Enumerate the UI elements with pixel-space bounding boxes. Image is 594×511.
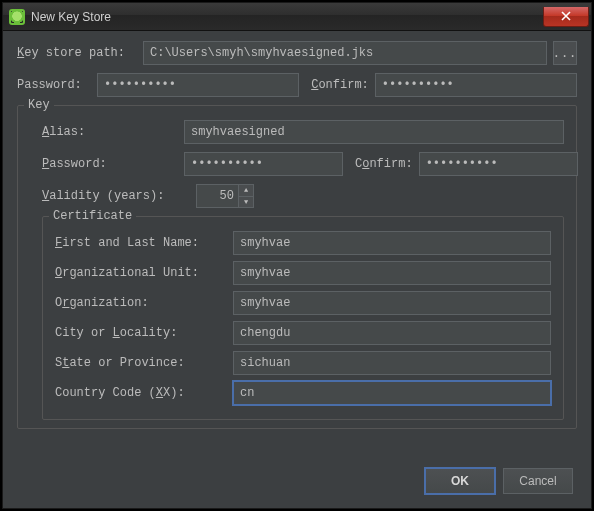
dialog-content: Key store path: ... Password: Confirm: K…	[3, 31, 591, 429]
chevron-up-icon: ▲	[244, 186, 248, 194]
ellipsis-icon: ...	[553, 46, 578, 60]
password-input[interactable]	[97, 73, 299, 97]
chevron-down-icon: ▼	[244, 198, 248, 206]
org-label: Organization:	[55, 296, 227, 310]
ok-button[interactable]: OK	[425, 468, 495, 494]
password-label: Password:	[17, 78, 91, 92]
key-confirm-label: Confirm:	[355, 157, 413, 171]
spinner-up-button[interactable]: ▲	[239, 185, 253, 197]
country-input[interactable]	[233, 381, 551, 405]
close-icon	[561, 11, 571, 21]
window-title: New Key Store	[31, 10, 111, 24]
key-store-path-input[interactable]	[143, 41, 547, 65]
confirm-label: Confirm:	[311, 78, 369, 92]
first-last-label: First and Last Name:	[55, 236, 227, 250]
key-password-input[interactable]	[184, 152, 343, 176]
confirm-input[interactable]	[375, 73, 577, 97]
city-label: City or Locality:	[55, 326, 227, 340]
state-input[interactable]	[233, 351, 551, 375]
state-label: State or Province:	[55, 356, 227, 370]
alias-label: Alias:	[42, 125, 178, 139]
browse-button[interactable]: ...	[553, 41, 577, 65]
validity-input[interactable]	[196, 184, 238, 208]
title-bar[interactable]: New Key Store	[3, 3, 591, 31]
key-group-title: Key	[24, 98, 54, 112]
key-confirm-input[interactable]	[419, 152, 578, 176]
org-unit-label: Organizational Unit:	[55, 266, 227, 280]
alias-input[interactable]	[184, 120, 564, 144]
validity-label: Validity (years):	[42, 189, 190, 203]
app-icon	[9, 9, 25, 25]
certificate-group: Certificate First and Last Name: Organiz…	[42, 216, 564, 420]
country-label: Country Code (XX):	[55, 386, 227, 400]
validity-spinner[interactable]: ▲ ▼	[196, 184, 254, 208]
org-input[interactable]	[233, 291, 551, 315]
org-unit-input[interactable]	[233, 261, 551, 285]
first-last-input[interactable]	[233, 231, 551, 255]
key-group: Key Alias: Password: Confirm: Validity (…	[17, 105, 577, 429]
dialog-window: New Key Store Key store path: ... Passwo…	[2, 2, 592, 509]
button-bar: OK Cancel	[425, 468, 573, 494]
spinner-down-button[interactable]: ▼	[239, 197, 253, 208]
certificate-group-title: Certificate	[49, 209, 136, 223]
window-close-button[interactable]	[543, 7, 589, 27]
cancel-button[interactable]: Cancel	[503, 468, 573, 494]
key-store-path-label: Key store path:	[17, 46, 137, 60]
city-input[interactable]	[233, 321, 551, 345]
key-password-label: Password:	[42, 157, 178, 171]
